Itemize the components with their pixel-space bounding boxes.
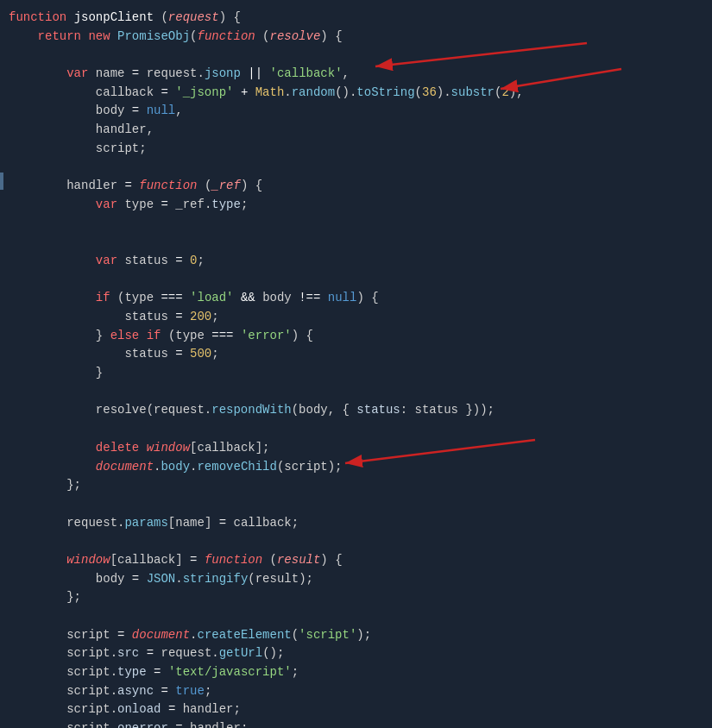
- code-line-20: };: [9, 476, 703, 495]
- code-line-blank3: [9, 233, 703, 252]
- code-line-blank4: [9, 271, 703, 290]
- code-line-blank7: [9, 495, 703, 514]
- code-line-3: [9, 46, 703, 65]
- code-container: function jsonpClient (request) { return …: [0, 0, 712, 728]
- code-line-17: resolve(request.respondWith(body, { stat…: [9, 401, 703, 420]
- left-bar: [0, 173, 3, 190]
- code-line-29: script.onload = handler;: [9, 700, 703, 719]
- code-line-blank2: [9, 215, 703, 234]
- code-line-11: var status = 0;: [9, 252, 703, 271]
- code-line-25: script = document.createElement('script'…: [9, 626, 703, 645]
- code-line-28: script.async = true;: [9, 682, 703, 701]
- code-line-12: if (type === 'load' && body !== null) {: [9, 289, 703, 308]
- code-line-blank5: [9, 383, 703, 402]
- code-line-15: status = 500;: [9, 345, 703, 364]
- code-line-2: return new PromiseObj(function (resolve)…: [9, 28, 703, 47]
- code-line-16: }: [9, 364, 703, 383]
- code-line-9: handler = function (_ref) {: [9, 177, 703, 196]
- code-line-14: } else if (type === 'error') {: [9, 327, 703, 346]
- code-line-blank6: [9, 420, 703, 439]
- code-line-5: callback = '_jsonp' + Math.random().toSt…: [9, 84, 703, 103]
- code-line-26: script.src = request.getUrl();: [9, 644, 703, 663]
- code-line-8: script;: [9, 140, 703, 159]
- code-line-21: request.params[name] = callback;: [9, 514, 703, 533]
- code-line-13: status = 200;: [9, 308, 703, 327]
- code-line-30: script.onerror = handler;: [9, 719, 703, 728]
- code-line-18: delete window[callback];: [9, 439, 703, 458]
- code-line-blank1: [9, 159, 703, 178]
- code-line-6: body = null,: [9, 102, 703, 121]
- code-line-blank9: [9, 607, 703, 626]
- code-line-1: function jsonpClient (request) {: [9, 9, 703, 28]
- code-line-10: var type = _ref.type;: [9, 196, 703, 215]
- code-line-7: handler,: [9, 121, 703, 140]
- code-line-24: };: [9, 588, 703, 607]
- code-line-19: document.body.removeChild(script);: [9, 458, 703, 477]
- code-line-23: body = JSON.stringify(result);: [9, 570, 703, 589]
- code-line-27: script.type = 'text/javascript';: [9, 663, 703, 682]
- code-line-blank8: [9, 532, 703, 551]
- code-line-22: window[callback] = function (result) {: [9, 551, 703, 570]
- code-line-4: var name = request.jsonp || 'callback',: [9, 65, 703, 84]
